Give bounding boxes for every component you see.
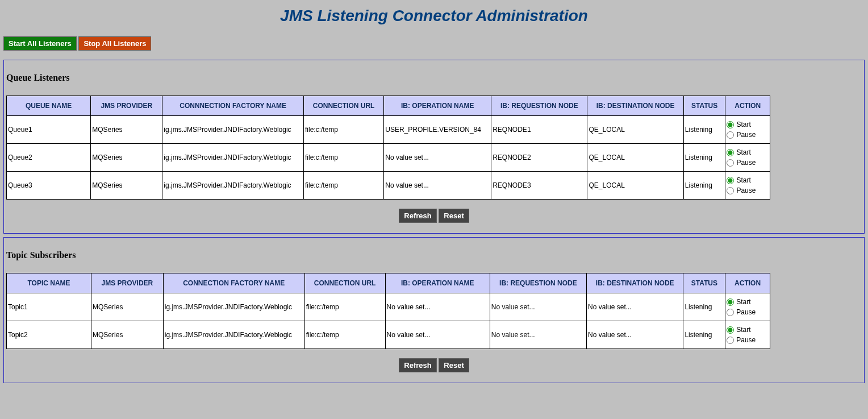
queue-cell-url: file:c:/temp	[303, 172, 383, 200]
start-radio[interactable]	[727, 326, 734, 334]
pause-radio[interactable]	[727, 187, 734, 194]
queue-reset-button[interactable]: Reset	[439, 209, 469, 223]
queue-header-url: CONNECTION URL	[303, 96, 383, 116]
table-row: Topic1MQSeriesig.jms.JMSProvider.JNDIFac…	[7, 293, 770, 321]
start-radio-label: Start	[736, 297, 750, 307]
topic-cell-cfn: ig.jms.JMSProvider.JNDIFactory.Weblogic	[163, 293, 304, 321]
pause-radio[interactable]	[727, 309, 734, 316]
topic-cell-url: file:c:/temp	[304, 293, 385, 321]
topic-header-op: IB: OPERATION NAME	[385, 273, 490, 293]
pause-radio[interactable]	[727, 159, 734, 167]
page-title: JMS Listening Connector Administration	[0, 0, 868, 36]
topic-cell-op: No value set...	[385, 293, 490, 321]
queue-listeners-table: QUEUE NAME JMS PROVIDER CONNNECTION FACT…	[6, 96, 770, 200]
topic-cell-cfn: ig.jms.JMSProvider.JNDIFactory.Weblogic	[163, 321, 304, 349]
topic-cell-action: StartPause	[725, 293, 770, 321]
topic-header-action: ACTION	[725, 273, 770, 293]
start-radio-label: Start	[736, 325, 750, 335]
queue-header-op: IB: OPERATION NAME	[384, 96, 491, 116]
topic-subscribers-table: TOPIC NAME JMS PROVIDER CONNECTION FACTO…	[6, 273, 770, 349]
queue-cell-req: REQNODE3	[491, 172, 587, 200]
queue-header-action: ACTION	[725, 96, 770, 116]
start-radio-label: Start	[736, 147, 750, 157]
queue-cell-url: file:c:/temp	[303, 144, 383, 172]
topic-header-status: STATUS	[683, 273, 725, 293]
queue-cell-name: Queue3	[7, 172, 91, 200]
pause-radio-label: Pause	[736, 335, 756, 345]
topic-cell-action: StartPause	[725, 321, 770, 349]
table-row: Queue2MQSeriesig.jms.JMSProvider.JNDIFac…	[7, 144, 770, 172]
queue-cell-action: StartPause	[725, 172, 770, 200]
queue-cell-status: Listening	[683, 144, 725, 172]
topic-header-provider: JMS PROVIDER	[91, 273, 164, 293]
start-radio[interactable]	[727, 149, 734, 156]
queue-cell-url: file:c:/temp	[303, 116, 383, 144]
queue-header-row: QUEUE NAME JMS PROVIDER CONNNECTION FACT…	[7, 96, 770, 116]
topic-cell-dest: No value set...	[587, 293, 683, 321]
topic-reset-button[interactable]: Reset	[439, 358, 469, 372]
pause-radio[interactable]	[727, 131, 734, 139]
topic-cell-status: Listening	[683, 293, 725, 321]
queue-action-row: Refresh Reset	[6, 200, 862, 223]
pause-radio-label: Pause	[736, 307, 756, 317]
topic-header-url: CONNECTION URL	[304, 273, 385, 293]
queue-refresh-button[interactable]: Refresh	[399, 209, 436, 223]
topic-header-dest: IB: DESTINATION NODE	[587, 273, 683, 293]
queue-cell-op: No value set...	[384, 144, 491, 172]
topic-cell-provider: MQSeries	[91, 321, 164, 349]
pause-radio-label: Pause	[736, 130, 756, 140]
queue-cell-cfn: ig.jms.JMSProvider.JNDIFactory.Weblogic	[162, 116, 304, 144]
queue-header-cfn: CONNNECTION FACTORY NAME	[162, 96, 304, 116]
pause-radio[interactable]	[727, 337, 734, 344]
start-radio[interactable]	[727, 121, 734, 128]
queue-cell-dest: QE_LOCAL	[587, 144, 683, 172]
topic-cell-req: No value set...	[490, 293, 586, 321]
topic-subscribers-panel: Topic Subscribers TOPIC NAME JMS PROVIDE…	[3, 237, 865, 383]
start-radio-label: Start	[736, 119, 750, 130]
topic-cell-dest: No value set...	[587, 321, 683, 349]
topic-action-row: Refresh Reset	[6, 349, 862, 372]
queue-cell-cfn: ig.jms.JMSProvider.JNDIFactory.Weblogic	[162, 144, 304, 172]
topic-cell-req: No value set...	[490, 321, 586, 349]
queue-cell-provider: MQSeries	[91, 172, 162, 200]
topic-header-req: IB: REQUESTION NODE	[490, 273, 586, 293]
pause-radio-label: Pause	[736, 185, 756, 196]
queue-header-req: IB: REQUESTION NODE	[491, 96, 587, 116]
queue-cell-name: Queue1	[7, 116, 91, 144]
topic-header-name: TOPIC NAME	[7, 273, 91, 293]
queue-cell-action: StartPause	[725, 116, 770, 144]
queue-listeners-title: Queue Listeners	[6, 63, 862, 96]
table-row: Queue1MQSeriesig.jms.JMSProvider.JNDIFac…	[7, 116, 770, 144]
queue-header-status: STATUS	[683, 96, 725, 116]
topic-cell-name: Topic2	[7, 321, 91, 349]
table-row: Queue3MQSeriesig.jms.JMSProvider.JNDIFac…	[7, 172, 770, 200]
queue-cell-cfn: ig.jms.JMSProvider.JNDIFactory.Weblogic	[162, 172, 304, 200]
queue-listeners-panel: Queue Listeners QUEUE NAME JMS PROVIDER …	[3, 60, 865, 234]
topic-cell-provider: MQSeries	[91, 293, 164, 321]
start-radio[interactable]	[727, 177, 734, 184]
topic-header-row: TOPIC NAME JMS PROVIDER CONNECTION FACTO…	[7, 273, 770, 293]
queue-cell-status: Listening	[683, 172, 725, 200]
stop-all-listeners-button[interactable]: Stop All Listeners	[78, 36, 151, 51]
queue-cell-dest: QE_LOCAL	[587, 172, 683, 200]
queue-cell-action: StartPause	[725, 144, 770, 172]
start-all-listeners-button[interactable]: Start All Listeners	[3, 36, 77, 51]
topic-subscribers-title: Topic Subscribers	[6, 240, 862, 273]
queue-header-name: QUEUE NAME	[7, 96, 91, 116]
topic-refresh-button[interactable]: Refresh	[399, 358, 436, 372]
pause-radio-label: Pause	[736, 157, 756, 168]
queue-cell-provider: MQSeries	[91, 144, 162, 172]
global-button-bar: Start All Listeners Stop All Listeners	[0, 36, 868, 56]
table-row: Topic2MQSeriesig.jms.JMSProvider.JNDIFac…	[7, 321, 770, 349]
start-radio-label: Start	[736, 175, 750, 185]
queue-cell-dest: QE_LOCAL	[587, 116, 683, 144]
queue-cell-req: REQNODE1	[491, 116, 587, 144]
queue-header-dest: IB: DESTINATION NODE	[587, 96, 683, 116]
topic-cell-name: Topic1	[7, 293, 91, 321]
queue-cell-req: REQNODE2	[491, 144, 587, 172]
start-radio[interactable]	[727, 298, 734, 306]
queue-cell-status: Listening	[683, 116, 725, 144]
topic-cell-op: No value set...	[385, 321, 490, 349]
queue-cell-provider: MQSeries	[91, 116, 162, 144]
queue-cell-name: Queue2	[7, 144, 91, 172]
